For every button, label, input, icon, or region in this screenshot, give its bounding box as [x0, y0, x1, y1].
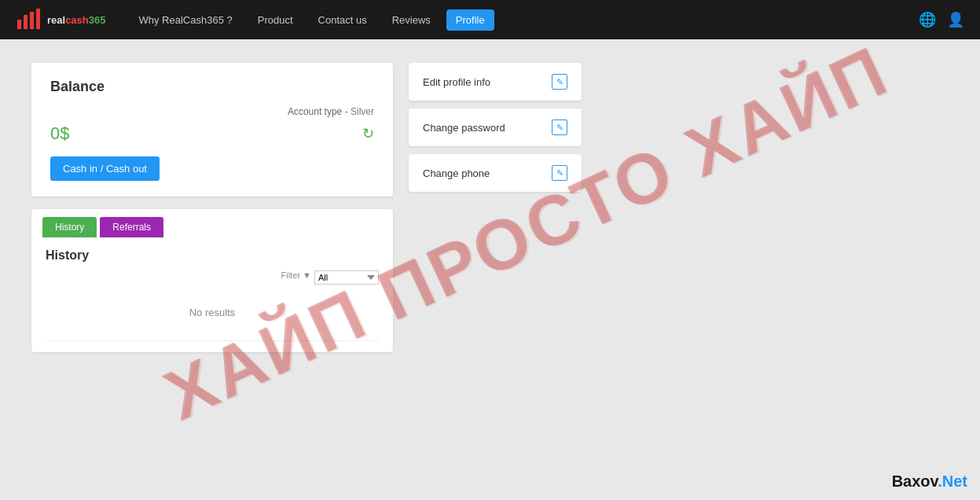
tab-referrals[interactable]: Referrals [100, 217, 163, 237]
change-phone-icon: ✎ [552, 165, 567, 181]
nav-link-contact[interactable]: Contact us [309, 9, 376, 31]
cash-buttons: Cash in / Cash out [50, 156, 374, 181]
baxov-watermark: Baxov.Net [892, 472, 967, 491]
svg-rect-2 [30, 12, 34, 29]
balance-title: Balance [50, 79, 374, 95]
svg-rect-1 [24, 15, 28, 29]
logo-icon [16, 9, 44, 31]
cash-in-button[interactable]: Cash in / Cash out [50, 156, 160, 181]
refresh-icon[interactable]: ↻ [362, 125, 374, 142]
nav-links: Why RealCash365 ? Product Contact us Rev… [129, 9, 919, 31]
navbar: realcash365 Why RealCash365 ? Product Co… [0, 0, 980, 39]
history-tabs: History Referrals [31, 209, 393, 237]
history-footer-line [46, 340, 379, 341]
change-password-label: Change password [423, 122, 505, 134]
filter-row: Filter ▼ All Deposits Withdrawals [46, 270, 379, 285]
filter-label: Filter ▼ [281, 270, 311, 285]
account-type-row: Account type - Silver [50, 106, 374, 117]
history-card: History Referrals History Filter ▼ All D… [31, 209, 393, 352]
logo: realcash365 [16, 9, 105, 31]
svg-rect-3 [36, 9, 40, 29]
no-results-text: No results [46, 291, 379, 334]
nav-link-profile[interactable]: Profile [446, 9, 494, 31]
change-phone-card[interactable]: Change phone ✎ [409, 154, 582, 192]
edit-profile-icon: ✎ [552, 74, 567, 90]
tab-history[interactable]: History [42, 217, 97, 237]
balance-card: Balance Account type - Silver 0$ ↻ Cash … [31, 63, 393, 197]
nav-link-product[interactable]: Product [248, 9, 303, 31]
account-type-value: Silver [351, 106, 374, 117]
nav-link-reviews[interactable]: Reviews [383, 9, 440, 31]
nav-link-why[interactable]: Why RealCash365 ? [129, 9, 241, 31]
change-password-icon: ✎ [552, 119, 567, 135]
change-password-card[interactable]: Change password ✎ [409, 108, 582, 146]
history-body: History Filter ▼ All Deposits Withdrawal… [31, 237, 393, 352]
history-header: History [46, 248, 379, 263]
balance-amount-row: 0$ ↻ [50, 123, 374, 144]
baxov-net: .Net [938, 472, 967, 490]
filter-select[interactable]: All Deposits Withdrawals [314, 270, 379, 285]
balance-amount: 0$ [50, 123, 69, 144]
svg-rect-0 [17, 20, 21, 29]
left-column: Balance Account type - Silver 0$ ↻ Cash … [31, 63, 393, 352]
right-column: Edit profile info ✎ Change password ✎ Ch… [409, 63, 582, 352]
logo-text: realcash365 [47, 13, 105, 26]
nav-right: 🌐 👤 [919, 11, 964, 28]
main-content: Balance Account type - Silver 0$ ↻ Cash … [0, 39, 980, 376]
change-phone-label: Change phone [423, 167, 490, 179]
person-icon[interactable]: 👤 [947, 11, 964, 28]
globe-icon[interactable]: 🌐 [919, 11, 936, 28]
baxov-text: Baxov [892, 472, 938, 490]
account-type-label: Account type - [288, 106, 348, 117]
edit-profile-label: Edit profile info [423, 76, 490, 88]
edit-profile-card[interactable]: Edit profile info ✎ [409, 63, 582, 101]
